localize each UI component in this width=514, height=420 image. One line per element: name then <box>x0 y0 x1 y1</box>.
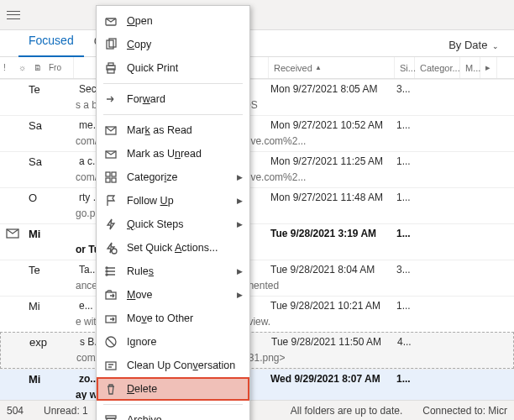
menu-item-open[interactable]: Open <box>97 9 249 33</box>
menu-label: Ignore <box>127 336 243 348</box>
menu-label: Move <box>127 289 228 301</box>
menu-label: Quick Steps <box>127 218 228 230</box>
svg-point-13 <box>112 249 117 254</box>
menu-label: Categorize <box>127 171 228 183</box>
col-received[interactable]: Received ▲ <box>269 57 395 78</box>
menu-label: Follow Up <box>127 195 228 207</box>
hamburger-icon[interactable] <box>3 7 24 24</box>
menu-item-flag[interactable]: Follow Up▶ <box>97 189 249 213</box>
message-row[interactable]: Saa c...Mon 9/27/2021 11:25 AM1...com/?u… <box>0 151 514 187</box>
status-item-count: 504 <box>7 405 24 417</box>
size: 1... <box>396 155 417 167</box>
tab-focused[interactable]: Focused <box>18 29 84 57</box>
menu-item-quicksteps[interactable]: Quick Steps▶ <box>97 213 249 236</box>
move-icon <box>103 288 118 302</box>
envelope-icon <box>0 227 25 240</box>
menu-item-quickactions[interactable]: Set Quick Actions... <box>97 236 249 260</box>
size: 3... <box>396 264 417 276</box>
message-row[interactable]: exps B...Tue 9/28/2021 11:50 AM4...com/2… <box>0 332 514 369</box>
menu-label: Mark as Unread <box>127 148 243 160</box>
quickactions-icon <box>103 241 118 255</box>
categorize-icon <box>103 171 118 184</box>
message-row[interactable]: Same...Mon 9/27/2021 10:52 AM1...com/?ur… <box>0 115 514 151</box>
col-flag[interactable]: ▸ <box>480 57 497 78</box>
sort-by-date[interactable]: By Date ⌄ <box>448 39 499 51</box>
size: 1... <box>396 300 417 312</box>
unread-icon <box>103 147 118 160</box>
read-icon <box>103 123 118 137</box>
received-date: Mon 9/27/2021 10:52 AM <box>270 119 396 131</box>
attachment-icon[interactable]: 🗎 <box>34 63 44 72</box>
sender: Mi <box>25 300 76 312</box>
archive-icon <box>103 413 118 420</box>
menu-separator <box>103 83 243 84</box>
status-connected: Connected to: Micr <box>422 405 507 417</box>
sender: Mi <box>25 228 76 240</box>
sender: Mi <box>25 373 76 386</box>
importance-icon[interactable]: ! <box>3 63 13 72</box>
rules-icon <box>103 265 118 278</box>
menu-item-categorize[interactable]: Categorize▶ <box>97 165 249 189</box>
status-bar: 504 Unread: 1 end/Receive error. All fol… <box>0 400 514 420</box>
col-mentions[interactable]: M... <box>460 57 480 78</box>
menu-separator <box>103 404 243 405</box>
submenu-arrow-icon: ▶ <box>237 291 243 299</box>
menu-item-cleanup[interactable]: Clean Up Conversation <box>97 354 249 377</box>
menu-label: Open <box>127 15 243 27</box>
menu-label: Clean Up Conversation <box>127 360 243 371</box>
ribbon-area <box>0 0 514 30</box>
size: 1... <box>396 228 417 239</box>
svg-rect-11 <box>106 178 110 182</box>
open-icon <box>103 14 118 28</box>
size: 1... <box>396 373 417 385</box>
sender: O <box>25 192 76 204</box>
received-date: Tue 9/28/2021 11:50 AM <box>271 336 397 348</box>
menu-item-read[interactable]: Mark as Read <box>97 118 249 142</box>
inbox-tabs: Focused O By Date ⌄ <box>0 30 514 57</box>
menu-item-print[interactable]: Quick Print <box>97 56 249 80</box>
svg-rect-12 <box>112 178 116 182</box>
menu-item-ignore[interactable]: Ignore <box>97 330 249 354</box>
sender: Te <box>25 83 76 96</box>
menu-label: Mark as Read <box>127 124 243 136</box>
menu-item-delete[interactable]: Delete <box>97 377 249 401</box>
delete-icon <box>103 382 118 396</box>
submenu-arrow-icon: ▶ <box>237 173 243 181</box>
menu-item-copy[interactable]: Copy <box>97 33 249 56</box>
svg-rect-20 <box>106 362 116 370</box>
message-row[interactable]: TeTa...Tue 9/28/2021 8:04 AM3...anced pu… <box>0 260 514 296</box>
size: 1... <box>396 192 417 203</box>
received-date: Tue 9/28/2021 8:04 AM <box>270 264 396 276</box>
quicksteps-icon <box>103 218 118 231</box>
message-row[interactable]: MiTue 9/28/2021 3:19 AM1...or Tuesday, S… <box>0 223 514 260</box>
message-row[interactable]: TeSec...Mon 9/27/2021 8:05 AM3...s a bug… <box>0 79 514 115</box>
received-date: Tue 9/28/2021 3:19 AM <box>270 228 396 239</box>
col-categories[interactable]: Categor... <box>415 57 460 78</box>
message-list: TeSec...Mon 9/27/2021 8:05 AM3...s a bug… <box>0 79 514 405</box>
col-from[interactable]: Fro <box>49 63 59 72</box>
svg-rect-6 <box>108 63 113 66</box>
copy-icon <box>103 38 118 51</box>
menu-item-unread[interactable]: Mark as Unread <box>97 142 249 165</box>
size: 3... <box>396 83 417 95</box>
menu-item-forward[interactable]: Forward <box>97 87 249 111</box>
col-size[interactable]: Si... <box>395 57 415 78</box>
reminder-icon[interactable]: ☼ <box>18 63 29 72</box>
status-folders: All folders are up to date. <box>291 405 402 417</box>
menu-label: Rules <box>127 265 228 277</box>
menu-item-moveother[interactable]: Move to Other <box>97 307 249 330</box>
forward-icon <box>103 92 118 106</box>
message-row[interactable]: Mie...Tue 9/28/2021 10:21 AM1...e with t… <box>0 296 514 332</box>
sender: exp <box>26 336 76 349</box>
size: 1... <box>396 119 417 131</box>
svg-rect-9 <box>106 172 110 176</box>
message-row[interactable]: Orty ...Mon 9/27/2021 11:48 AM1...go.png… <box>0 187 514 223</box>
received-date: Wed 9/29/2021 8:07 AM <box>270 373 396 385</box>
submenu-arrow-icon: ▶ <box>237 267 243 276</box>
received-date: Tue 9/28/2021 10:21 AM <box>270 300 396 312</box>
menu-item-archive[interactable]: Archive... <box>97 408 249 420</box>
print-icon <box>103 61 118 75</box>
ignore-icon <box>103 335 118 349</box>
menu-item-move[interactable]: Move▶ <box>97 283 249 307</box>
menu-item-rules[interactable]: Rules▶ <box>97 260 249 283</box>
